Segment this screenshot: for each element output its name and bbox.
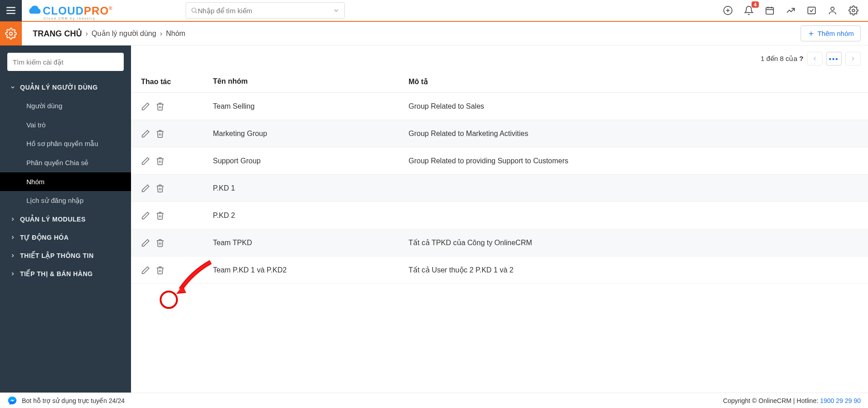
- breadcrumb-separator: ›: [86, 30, 88, 38]
- tasks-button[interactable]: [806, 5, 817, 16]
- gear-icon: [848, 5, 858, 15]
- pencil-icon: [141, 129, 150, 138]
- edit-button[interactable]: [141, 102, 150, 111]
- table-row: Team P.KD 1 và P.KD2Tất cả User thuộc 2 …: [131, 257, 868, 284]
- sidebar-item[interactable]: Vai trò: [0, 116, 131, 134]
- logo-text-pro: PRO: [84, 5, 109, 17]
- notification-badge: 4: [752, 1, 759, 8]
- page-more-button[interactable]: •••: [826, 52, 842, 65]
- pencil-icon: [141, 238, 150, 247]
- dots-icon: •••: [829, 55, 839, 63]
- messenger-icon[interactable]: [7, 396, 17, 406]
- search-input[interactable]: [198, 7, 333, 15]
- edit-button[interactable]: [141, 129, 150, 138]
- sidebar-item[interactable]: Lịch sử đăng nhập: [0, 191, 131, 210]
- svg-rect-8: [766, 8, 774, 15]
- page-prev-button[interactable]: [807, 52, 823, 65]
- cell-group-name[interactable]: P.KD 1: [213, 184, 409, 192]
- edit-button[interactable]: [141, 211, 150, 220]
- th-actions: Thao tác: [131, 77, 213, 86]
- cell-group-name[interactable]: Support Group: [213, 157, 409, 165]
- sidebar-section[interactable]: TỰ ĐỘNG HÓA: [0, 228, 131, 247]
- add-group-button[interactable]: Thêm nhóm: [801, 25, 861, 41]
- table-row: P.KD 2: [131, 202, 868, 229]
- th-desc: Mô tả: [409, 77, 868, 86]
- profile-button[interactable]: [827, 5, 838, 16]
- delete-button[interactable]: [156, 129, 165, 138]
- trash-icon: [156, 238, 165, 247]
- chevron-right-icon: [10, 217, 15, 222]
- sidebar-section[interactable]: THIẾT LẬP THÔNG TIN: [0, 247, 131, 265]
- settings-button[interactable]: [848, 5, 859, 16]
- edit-button[interactable]: [141, 238, 150, 247]
- delete-button[interactable]: [156, 238, 165, 247]
- sidebar-item[interactable]: Hồ sơ phân quyền mẫu: [0, 134, 131, 153]
- delete-button[interactable]: [156, 156, 165, 166]
- svg-point-15: [10, 32, 13, 35]
- page-next-button[interactable]: [845, 52, 861, 65]
- pencil-icon: [141, 102, 150, 111]
- footer-bot-text: Bot hỗ trợ sử dụng trực tuyến 24/24: [22, 397, 125, 404]
- sidebar-section[interactable]: QUẢN LÝ NGƯỜI DÙNG: [0, 78, 131, 96]
- logo-reg-mark: ®: [109, 6, 112, 11]
- plus-circle-icon: [723, 5, 733, 15]
- calendar-button[interactable]: [764, 5, 775, 16]
- breadcrumb-level1[interactable]: Quản lý người dùng: [91, 29, 156, 38]
- trash-icon: [156, 211, 165, 220]
- sidebar-item[interactable]: Người dùng: [0, 96, 131, 116]
- notifications-button[interactable]: 4: [743, 5, 754, 16]
- pencil-icon: [141, 184, 150, 193]
- hamburger-menu-button[interactable]: [0, 0, 22, 21]
- edit-button[interactable]: [141, 266, 150, 275]
- hotline-link[interactable]: 1900 29 29 90: [820, 397, 861, 404]
- search-box[interactable]: [186, 2, 345, 19]
- chevron-down-icon[interactable]: [333, 7, 340, 14]
- table-row: Marketing GroupGroup Related to Marketin…: [131, 120, 868, 147]
- reports-button[interactable]: [785, 5, 796, 16]
- sidebar-search-input[interactable]: [7, 53, 124, 71]
- breadcrumb-separator: ›: [160, 30, 162, 38]
- settings-panel-toggle[interactable]: [0, 22, 22, 45]
- delete-button[interactable]: [156, 266, 165, 275]
- cell-group-name[interactable]: Team TPKD: [213, 239, 409, 247]
- settings-sidebar: QUẢN LÝ NGƯỜI DÙNGNgười dùngVai tròHồ sơ…: [0, 45, 131, 393]
- check-square-icon: [807, 5, 817, 15]
- cell-group-name[interactable]: Team P.KD 1 và P.KD2: [213, 266, 409, 274]
- topbar-actions: 4: [722, 5, 868, 16]
- user-icon: [828, 5, 838, 15]
- search-icon: [191, 7, 198, 14]
- breadcrumb-level2: Nhóm: [166, 30, 186, 38]
- cell-group-name[interactable]: Marketing Group: [213, 130, 409, 138]
- delete-button[interactable]: [156, 184, 165, 193]
- logo[interactable]: CLOUDPRO® Cloud CRM by Industry: [26, 4, 113, 17]
- sidebar-section-label: QUẢN LÝ MODULES: [20, 216, 86, 223]
- sidebar-item[interactable]: Nhóm: [0, 172, 131, 191]
- edit-button[interactable]: [141, 156, 150, 166]
- body: QUẢN LÝ NGƯỜI DÙNGNgười dùngVai tròHồ sơ…: [0, 45, 868, 393]
- sidebar-section[interactable]: QUẢN LÝ MODULES: [0, 210, 131, 228]
- global-search: [186, 2, 345, 19]
- table-row: Team SellingGroup Related to Sales: [131, 93, 868, 120]
- subheader: TRANG CHỦ › Quản lý người dùng › Nhóm Th…: [0, 22, 868, 45]
- delete-button[interactable]: [156, 211, 165, 220]
- cell-group-desc: Group Related to providing Support to Cu…: [409, 157, 868, 165]
- sidebar-item[interactable]: Phân quyền Chia sẻ: [0, 153, 131, 172]
- breadcrumb-home[interactable]: TRANG CHỦ: [33, 29, 82, 39]
- quick-create-button[interactable]: [722, 5, 733, 16]
- cell-group-name[interactable]: Team Selling: [213, 102, 409, 111]
- svg-point-3: [192, 8, 196, 12]
- sidebar-section-label: TIẾP THỊ & BÁN HÀNG: [20, 270, 93, 277]
- sidebar-section-label: QUẢN LÝ NGƯỜI DÙNG: [20, 84, 98, 91]
- sidebar-section-label: THIẾT LẬP THÔNG TIN: [20, 252, 94, 259]
- cell-group-desc: Group Related to Sales: [409, 102, 868, 111]
- footer-copyright: Copyright © OnlineCRM | Hotline: 1900 29…: [723, 397, 861, 404]
- sidebar-section[interactable]: TIẾP THỊ & BÁN HÀNG: [0, 265, 131, 283]
- svg-line-4: [196, 12, 197, 13]
- gear-icon: [5, 28, 17, 40]
- cell-group-desc: Tất cả TPKD của Công ty OnlineCRM: [409, 238, 868, 247]
- sidebar-section-label: TỰ ĐỘNG HÓA: [20, 234, 69, 241]
- cell-group-name[interactable]: P.KD 2: [213, 212, 409, 220]
- edit-button[interactable]: [141, 184, 150, 193]
- delete-button[interactable]: [156, 102, 165, 111]
- pagination-text: 1 đến 8 của ?: [761, 55, 803, 63]
